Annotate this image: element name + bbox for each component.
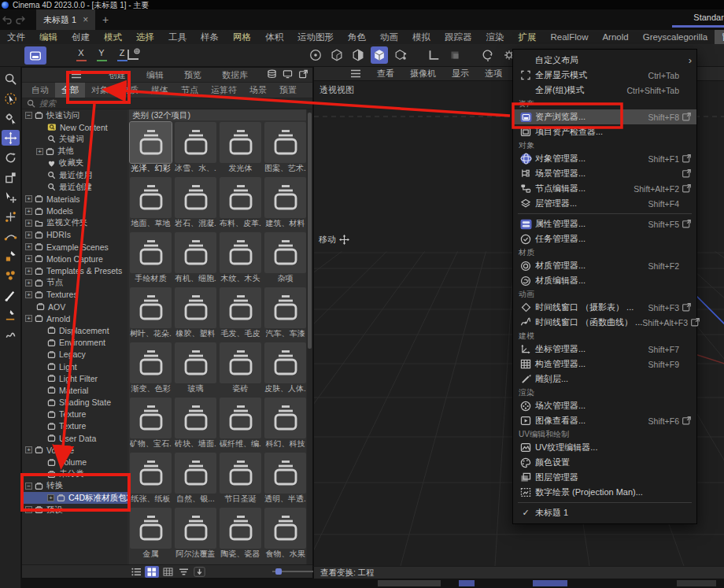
window-menu-item-图像查看器[interactable]: 图像查看器...Shift+F6 [513,413,696,428]
snap-move-tool-icon[interactable] [2,189,20,205]
rotate-tool-icon[interactable] [2,150,20,165]
tree-item-User Data[interactable]: User Data [22,432,127,444]
menu-窗口[interactable]: 窗口 [715,30,724,44]
viewport-menu-摄像机[interactable]: 摄像机 [410,68,436,80]
category-card-阿尔法覆盖[interactable]: 阿尔法覆盖 [175,508,216,560]
tree-item-最近创建[interactable]: 最近创建 [22,181,127,193]
category-card-食物、水果[interactable]: 食物、水果 [264,508,306,560]
tree-item-AOV[interactable]: AOV [22,301,127,312]
tree-item-C4D标准材质包2.0[interactable]: +C4D标准材质包2.0 [22,492,127,504]
tree-toggle-icon[interactable]: + [25,506,32,513]
measure-tool-icon[interactable] [2,307,20,323]
pop-out-icon[interactable] [688,317,700,327]
category-card-树叶、花朵...[interactable]: 树叶、花朵... [130,287,172,339]
viewport-hamburger-icon[interactable] [350,69,361,78]
category-card-金属[interactable]: 金属 [130,508,172,560]
category-card-手绘材质[interactable]: 手绘材质 [130,232,172,284]
spline-primitive-tool-icon[interactable] [2,248,20,264]
tree-item-New Content[interactable]: New Content [22,121,127,133]
menu-RealFlow[interactable]: RealFlow [544,30,596,44]
viewport-menu-选项[interactable]: 选项 [485,68,502,80]
category-card-瓷砖[interactable]: 瓷砖 [220,342,261,394]
asset-menu-创建[interactable]: 创建 [109,69,126,81]
database-stack-icon[interactable] [267,68,277,82]
tree-toggle-icon[interactable]: + [25,268,32,275]
category-card-陶瓷、瓷器[interactable]: 陶瓷、瓷器 [220,508,261,560]
tree-item-Texture[interactable]: Texture [22,420,127,432]
window-menu-item-时间线窗口 （摄影表）[interactable]: 时间线窗口 （摄影表） ...Shift+F3 [513,300,696,315]
category-card-科幻、科技[interactable]: 科幻、科技 [264,398,306,449]
category-card-皮肤、人体...[interactable]: 皮肤、人体... [264,342,306,394]
category-card-渐变、色彩[interactable]: 渐变、色彩 [130,342,172,394]
tree-item-Textures[interactable]: +Textures [22,289,127,301]
category-card-纸张、纸板[interactable]: 纸张、纸板 [130,453,172,505]
window-menu-item-全屏显示模式[interactable]: 全屏显示模式Ctrl+Tab [513,68,696,83]
tree-item-Arnold[interactable]: +Arnold [22,312,127,324]
tree-toggle-icon[interactable]: + [36,148,43,155]
move-tool-icon[interactable] [2,130,20,146]
sketch-tool-icon[interactable] [2,327,20,342]
filter-tab-运算符[interactable]: 运算符 [205,83,243,98]
cluster-tool-icon[interactable] [2,268,20,283]
window-menu-item-图层管理器[interactable]: 图层管理器 [513,470,696,485]
tweak-tool-icon[interactable] [2,110,20,126]
window-menu-item-数字绘景 (Projection Man)[interactable]: 数字绘景 (Projection Man)... [513,485,696,500]
category-card-汽车、车漆[interactable]: 汽车、车漆 [264,287,306,339]
shading-hex-icon[interactable] [328,46,345,64]
filter-tab-媒体[interactable]: 媒体 [145,83,175,98]
tree-toggle-icon[interactable]: − [25,112,32,119]
tree-toggle-icon[interactable]: + [25,220,32,227]
tree-item-未分类[interactable]: 未分类 [22,468,127,480]
shading-points-icon[interactable] [392,46,409,64]
category-card-冰雪、水、...[interactable]: 冰雪、水、... [175,122,216,174]
pop-out-icon[interactable] [679,153,692,164]
category-card-岩石、混凝...[interactable]: 岩石、混凝... [175,177,216,229]
menu-编辑[interactable]: 编辑 [32,30,65,44]
tree-toggle-icon[interactable]: + [25,255,32,262]
category-card-杂项[interactable]: 杂项 [264,232,306,284]
tree-item-Material[interactable]: Material [22,384,127,396]
hamburger-menu-icon[interactable] [71,68,82,82]
window-menu-item-节点编辑器[interactable]: 节点编辑器...Shift+Alt+F2 [513,181,696,196]
pop-out-icon[interactable] [679,416,692,426]
filter-tab-对象[interactable]: 对象 [85,83,115,98]
menu-文件[interactable]: 文件 [0,30,32,44]
tree-item-转换[interactable]: −转换 [22,480,127,492]
tree-toggle-icon[interactable]: + [25,231,32,239]
pop-out-icon[interactable] [679,219,692,229]
tree-item-预设[interactable]: +预设 [22,504,127,516]
window-menu-item-项目资产检查器[interactable]: 项目资产检查器... [513,124,696,139]
tab-close-icon[interactable]: × [83,14,88,25]
tree-toggle-icon[interactable]: + [25,446,32,453]
pop-out-icon[interactable] [679,112,692,122]
category-card-有机、细胞...[interactable]: 有机、细胞... [175,232,216,284]
layout-selector[interactable]: Standard [669,9,724,30]
category-card-图案、艺术...[interactable]: 图案、艺术... [264,122,306,174]
download-icon[interactable] [192,566,206,578]
menu-网格[interactable]: 网格 [226,30,258,44]
menu-选择[interactable]: 选择 [129,30,161,44]
scale-tool-icon[interactable] [2,169,20,185]
tree-toggle-icon[interactable]: + [25,208,32,215]
axis-corner-icon[interactable] [425,46,442,64]
axis-x-button[interactable]: X [72,46,90,65]
tree-item-Volume[interactable]: Volume [22,456,127,468]
slider-handle[interactable] [275,568,282,575]
workplane-square-icon[interactable] [446,46,464,64]
grid-view-icon[interactable] [145,566,159,578]
transfer-tool-icon[interactable] [2,209,20,224]
menu-扩展[interactable]: 扩展 [512,30,544,44]
grid-scrollbar-thumb[interactable] [308,113,312,349]
redo-icon[interactable] [13,9,27,30]
menu-模拟[interactable]: 模拟 [405,30,438,44]
category-card-透明、半透...[interactable]: 透明、半透... [264,453,306,505]
zoom-tool-icon[interactable] [2,71,20,87]
category-card-碳纤维、编...[interactable]: 碳纤维、编... [220,398,261,449]
tree-toggle-icon[interactable]: + [25,195,32,202]
window-menu-item-材质管理器[interactable]: 材质管理器...Shift+F2 [513,258,696,273]
category-card-节日圣诞[interactable]: 节日圣诞 [220,453,261,505]
tree-item-Displacement[interactable]: Displacement [22,324,127,336]
tree-toggle-icon[interactable]: + [25,315,32,322]
tree-item-Light Filter[interactable]: Light Filter [22,372,127,384]
search-input[interactable]: 搜索 [22,98,312,109]
